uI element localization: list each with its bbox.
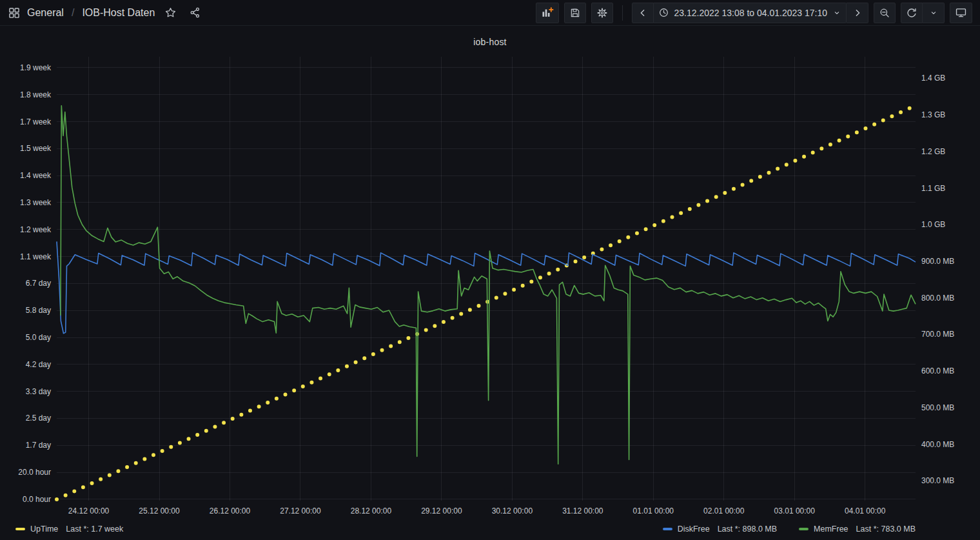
y-axis-left-tick-label: 6.7 day xyxy=(26,279,51,288)
y-axis-left-tick-label: 1.2 week xyxy=(20,225,52,234)
uptime-swatch xyxy=(15,528,25,530)
breadcrumb-dashboard-title[interactable]: IOB-Host Daten xyxy=(82,7,155,19)
y-axis-left-tick-label: 1.4 week xyxy=(20,171,52,180)
y-axis-left-tick-label: 1.3 week xyxy=(20,198,52,207)
series-line-diskfree xyxy=(57,241,916,333)
y-axis-left-tick-label: 2.5 day xyxy=(26,414,51,423)
time-range-label: 23.12.2022 13:08 to 04.01.2023 17:10 xyxy=(674,8,827,18)
series-line-uptime xyxy=(57,105,916,499)
breadcrumb-section[interactable]: General xyxy=(27,7,64,19)
x-axis-tick-label: 29.12 00:00 xyxy=(421,506,462,515)
save-icon xyxy=(569,7,581,19)
y-axis-right-tick-label: 1.1 GB xyxy=(921,184,945,193)
add-panel-button[interactable] xyxy=(536,3,559,23)
legend-item-memfree[interactable]: MemFree Last *: 783.0 MB xyxy=(799,525,916,534)
x-axis-tick-label: 03.01 00:00 xyxy=(774,506,816,515)
kiosk-mode-button[interactable] xyxy=(950,3,972,23)
grafana-app: General / IOB-Host Daten xyxy=(0,0,980,540)
time-range-picker-button[interactable]: 23.12.2022 13:08 to 04.01.2023 17:10 xyxy=(654,3,847,23)
y-axis-left-tick-label: 4.2 day xyxy=(26,360,51,369)
star-button[interactable] xyxy=(161,4,179,22)
x-axis-tick-label: 28.12 00:00 xyxy=(351,506,392,515)
dashboards-grid-icon[interactable] xyxy=(8,6,21,19)
y-axis-right-tick-label: 500.0 MB xyxy=(921,403,954,412)
y-axis-right-tick-label: 1.0 GB xyxy=(921,220,945,229)
graph-panel: iob-host 0.0 hour20.0 hour1.7 day2.5 day… xyxy=(0,26,980,540)
legend-label: DiskFree xyxy=(678,525,710,534)
add-panel-icon xyxy=(541,6,554,19)
chart-canvas[interactable]: 0.0 hour20.0 hour1.7 day2.5 day3.3 day4.… xyxy=(0,26,980,516)
x-axis-tick-label: 25.12 00:00 xyxy=(139,506,180,515)
caret-down-icon xyxy=(832,8,841,17)
x-axis-tick-label: 31.12 00:00 xyxy=(562,506,603,515)
x-axis-tick-label: 26.12 00:00 xyxy=(210,506,251,515)
top-nav: General / IOB-Host Daten xyxy=(0,0,980,26)
x-axis-tick-label: 24.12 00:00 xyxy=(68,506,110,515)
y-axis-right-tick-label: 1.4 GB xyxy=(921,74,945,83)
x-axis-tick-label: 02.01 00:00 xyxy=(703,506,745,515)
legend-stat: Last *: 898.0 MB xyxy=(718,525,777,534)
time-picker-group: 23.12.2022 13:08 to 04.01.2023 17:10 xyxy=(632,3,868,23)
share-icon xyxy=(189,6,201,19)
memfree-swatch xyxy=(799,528,808,530)
diskfree-swatch xyxy=(663,528,672,530)
legend-stat: Last *: 783.0 MB xyxy=(856,525,916,534)
legend-item-diskfree[interactable]: DiskFree Last *: 898.0 MB xyxy=(663,525,777,534)
time-shift-back-button[interactable] xyxy=(632,3,654,23)
series-line-memfree xyxy=(61,106,916,464)
x-axis-tick-label: 30.12 00:00 xyxy=(492,506,533,515)
y-axis-right-tick-label: 700.0 MB xyxy=(921,330,954,339)
settings-gear-icon xyxy=(596,7,608,19)
y-axis-left-tick-label: 3.3 day xyxy=(26,387,51,396)
zoom-out-icon xyxy=(879,7,890,19)
y-axis-right-tick-label: 900.0 MB xyxy=(921,257,954,266)
y-axis-left-tick-label: 1.1 week xyxy=(20,252,52,261)
refresh-group xyxy=(901,3,945,23)
toolbar: 23.12.2022 13:08 to 04.01.2023 17:10 xyxy=(536,3,972,23)
chevron-left-icon xyxy=(638,8,648,18)
legend-stat: Last *: 1.7 week xyxy=(66,525,123,534)
breadcrumb: General / IOB-Host Daten xyxy=(8,4,204,22)
legend-item-uptime[interactable]: UpTime Last *: 1.7 week xyxy=(15,525,123,534)
y-axis-right-tick-label: 600.0 MB xyxy=(921,366,954,375)
legend-label: MemFree xyxy=(814,525,848,534)
caret-down-icon xyxy=(929,8,938,17)
x-axis-tick-label: 04.01 00:00 xyxy=(845,506,886,515)
y-axis-left-tick-label: 5.0 day xyxy=(26,333,51,342)
dashboard-settings-button[interactable] xyxy=(591,3,613,23)
chevron-right-icon xyxy=(852,8,863,18)
y-axis-right-tick-label: 800.0 MB xyxy=(921,294,954,303)
refresh-icon xyxy=(906,7,917,19)
legend: UpTime Last *: 1.7 week DiskFree Last *:… xyxy=(0,520,980,538)
refresh-button[interactable] xyxy=(901,3,923,23)
refresh-interval-button[interactable] xyxy=(923,3,945,23)
y-axis-left-tick-label: 5.8 day xyxy=(26,306,51,315)
toolbar-divider xyxy=(622,5,623,21)
y-axis-right-tick-label: 400.0 MB xyxy=(921,440,954,449)
y-axis-left-tick-label: 1.7 week xyxy=(20,117,52,126)
star-icon xyxy=(164,6,177,19)
y-axis-right-tick-label: 1.3 GB xyxy=(921,110,945,119)
x-axis-tick-label: 27.12 00:00 xyxy=(280,506,321,515)
y-axis-left-tick-label: 0.0 hour xyxy=(23,495,51,504)
y-axis-left-tick-label: 1.5 week xyxy=(20,144,52,153)
clock-icon xyxy=(658,7,669,18)
kiosk-tv-icon xyxy=(955,6,967,19)
legend-right-group: DiskFree Last *: 898.0 MB MemFree Last *… xyxy=(663,525,916,534)
share-button[interactable] xyxy=(186,4,204,22)
y-axis-left-tick-label: 1.7 day xyxy=(26,441,51,450)
y-axis-right-tick-label: 300.0 MB xyxy=(921,476,954,485)
y-axis-left-tick-label: 1.9 week xyxy=(20,63,52,72)
y-axis-right-tick-label: 1.2 GB xyxy=(921,147,945,156)
x-axis-tick-label: 01.01 00:00 xyxy=(633,506,674,515)
legend-label: UpTime xyxy=(30,525,58,534)
breadcrumb-separator: / xyxy=(70,7,75,19)
y-axis-left-tick-label: 20.0 hour xyxy=(18,468,51,477)
time-shift-forward-button[interactable] xyxy=(847,3,868,23)
zoom-out-time-button[interactable] xyxy=(874,3,896,23)
save-dashboard-button[interactable] xyxy=(564,3,586,23)
y-axis-left-tick-label: 1.8 week xyxy=(20,90,52,99)
